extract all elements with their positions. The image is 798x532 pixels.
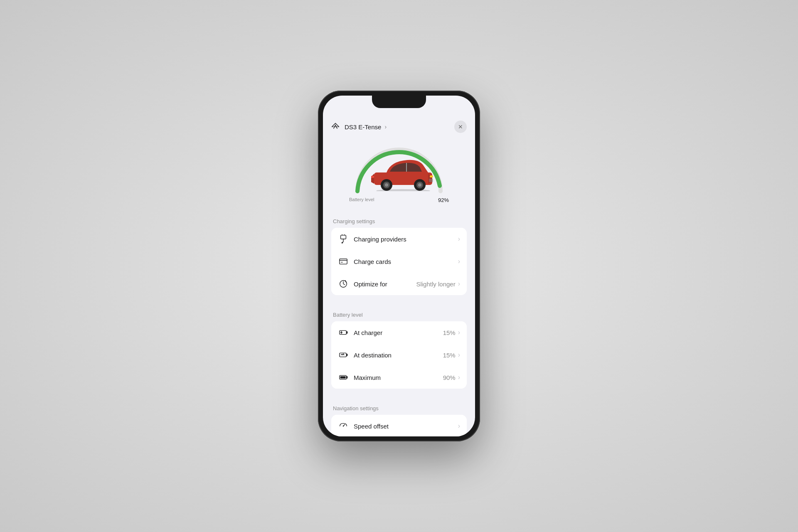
navigation-settings-section: Navigation settings Speed offset › xyxy=(323,397,475,436)
gauge-section: Battery level 92% xyxy=(323,137,475,203)
battery-level-label: Battery level xyxy=(349,197,374,203)
charger-battery-icon xyxy=(338,327,349,338)
svg-rect-27 xyxy=(340,353,347,357)
car-name: DS3 E-Tense xyxy=(345,123,381,131)
battery-full-icon xyxy=(338,372,349,383)
close-button[interactable]: ✕ xyxy=(454,121,467,133)
charging-providers-chevron-icon: › xyxy=(458,235,460,243)
car-name-chevron-icon: › xyxy=(384,123,387,130)
charging-settings-section: Charging settings xyxy=(323,210,475,295)
speed-offset-item[interactable]: Speed offset › xyxy=(331,415,467,436)
optimize-for-label: Optimize for xyxy=(354,281,416,288)
svg-rect-21 xyxy=(340,330,347,334)
at-destination-item[interactable]: At destination 15% › xyxy=(331,344,467,366)
charge-cards-label: Charge cards xyxy=(354,258,458,265)
car-image-container xyxy=(370,154,428,187)
optimize-icon xyxy=(338,278,349,289)
svg-rect-12 xyxy=(429,179,433,182)
at-destination-chevron-icon: › xyxy=(458,351,460,359)
at-charger-label: At charger xyxy=(354,329,443,336)
svg-point-33 xyxy=(343,426,344,427)
charge-cards-chevron-icon: › xyxy=(458,258,460,265)
charging-providers-label: Charging providers xyxy=(354,236,458,243)
speed-icon xyxy=(338,421,349,431)
car-image xyxy=(370,154,436,191)
at-charger-item[interactable]: At charger 15% › xyxy=(331,321,467,344)
svg-point-7 xyxy=(385,183,388,187)
at-destination-value: 15% xyxy=(443,352,456,359)
navigation-settings-card: Speed offset › xyxy=(331,415,467,436)
maximum-item[interactable]: Maximum 90% › xyxy=(331,366,467,389)
phone-frame: DS3 E-Tense › ✕ xyxy=(318,91,480,441)
battery-level-section: Battery level xyxy=(323,303,475,389)
svg-rect-4 xyxy=(371,176,374,178)
maximum-value: 90% xyxy=(443,374,456,381)
optimize-for-chevron-icon: › xyxy=(458,280,460,288)
optimize-for-value: Slightly longer xyxy=(416,281,455,288)
speed-offset-chevron-icon: › xyxy=(458,422,460,430)
screen: DS3 E-Tense › ✕ xyxy=(323,96,475,436)
destination-battery-icon xyxy=(338,350,349,360)
speed-offset-label: Speed offset xyxy=(354,423,458,430)
svg-rect-31 xyxy=(340,376,346,379)
charging-settings-card: Charging providers › Charge cards xyxy=(331,228,467,295)
header: DS3 E-Tense › ✕ xyxy=(323,116,475,137)
charging-providers-item[interactable]: Charging providers › xyxy=(331,228,467,250)
navigation-settings-title: Navigation settings xyxy=(331,405,467,411)
svg-rect-17 xyxy=(340,259,347,264)
close-icon: ✕ xyxy=(458,123,463,130)
maximum-label: Maximum xyxy=(354,374,443,381)
charging-settings-title: Charging settings xyxy=(331,218,467,224)
battery-level-title: Battery level xyxy=(331,312,467,318)
ds-logo-icon xyxy=(330,121,341,133)
svg-point-10 xyxy=(418,183,421,187)
battery-level-value: 92% xyxy=(438,197,449,203)
maximum-chevron-icon: › xyxy=(458,374,460,381)
at-destination-label: At destination xyxy=(354,352,443,359)
battery-level-card: At charger 15% › At des xyxy=(331,321,467,389)
card-icon xyxy=(338,256,349,267)
charging-plug-icon xyxy=(338,234,349,244)
at-charger-chevron-icon: › xyxy=(458,329,460,336)
optimize-for-item[interactable]: Optimize for Slightly longer › xyxy=(331,273,467,295)
at-charger-value: 15% xyxy=(443,329,456,336)
charge-cards-item[interactable]: Charge cards › xyxy=(331,250,467,273)
svg-rect-13 xyxy=(341,235,346,239)
notch xyxy=(372,96,426,108)
svg-rect-3 xyxy=(430,175,433,177)
